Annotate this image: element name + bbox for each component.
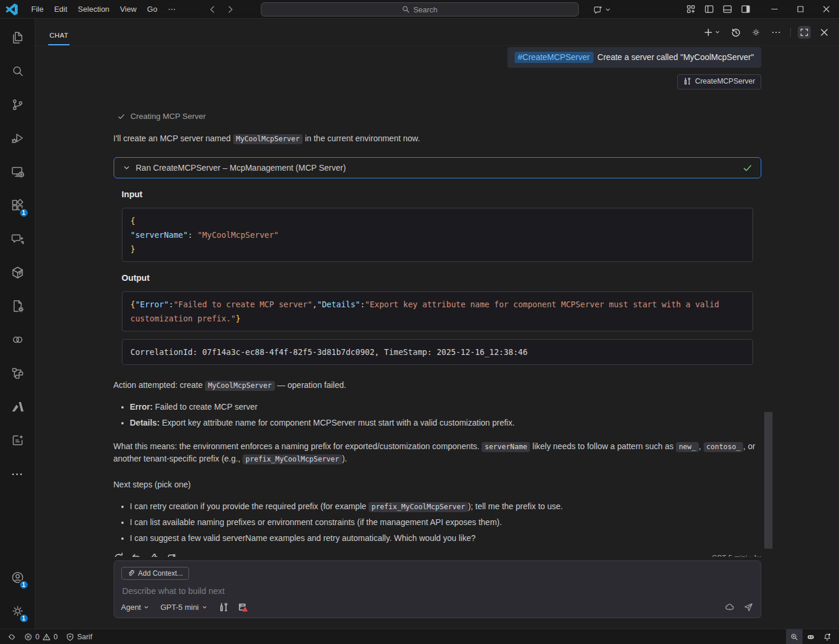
mcp-server-error-icon[interactable] (238, 602, 248, 612)
undo-icon[interactable] (131, 553, 141, 557)
tool-call-header[interactable]: Ran CreateMCPServer – McpManagement (MCP… (114, 157, 761, 178)
error-circle-icon (24, 633, 32, 641)
sidebar-item-chat[interactable] (4, 225, 32, 253)
input-label: Input (122, 188, 753, 201)
scrollbar-thumb[interactable] (764, 412, 772, 549)
list-item: I can retry creation if you provide the … (130, 500, 761, 513)
customize-layout-icon[interactable] (686, 4, 696, 14)
maximize-button[interactable] (787, 0, 813, 19)
sidebar-item-code-file-settings[interactable] (4, 292, 32, 320)
chat-prompt-input[interactable] (122, 586, 755, 596)
chat-more-button[interactable]: ⋯ (770, 28, 783, 37)
sarif-status-item[interactable]: Sarif (62, 629, 97, 644)
toggle-panel-icon[interactable] (722, 4, 732, 14)
check-icon (117, 112, 125, 121)
back-arrow-icon[interactable] (208, 5, 217, 14)
zoom-in-icon (790, 633, 798, 641)
menu-selection[interactable]: Selection (72, 2, 114, 16)
maximize-icon (797, 5, 804, 13)
sidebar-item-run-debug[interactable] (4, 124, 32, 152)
new-chat-button[interactable] (702, 26, 722, 39)
activity-bar: 1 ⋯ (0, 19, 35, 629)
paperclip-icon (127, 570, 135, 577)
toggle-sidebar-right-icon[interactable] (741, 4, 751, 14)
copilot-robot-icon (807, 633, 815, 641)
add-context-label: Add Context... (138, 569, 183, 577)
tools-icon[interactable] (218, 602, 228, 612)
sidebar-item-source-control[interactable] (4, 91, 32, 119)
close-button[interactable] (813, 0, 839, 19)
error-count: 0 (35, 633, 39, 641)
sidebar-item-azure[interactable] (4, 393, 32, 421)
forward-arrow-icon[interactable] (225, 5, 235, 14)
sidebar-item-settings[interactable]: 1 (4, 597, 32, 625)
code-line: } (131, 242, 744, 256)
menu-file[interactable]: File (26, 2, 49, 16)
user-message: #CreateMCPServer Create a server called … (508, 47, 761, 68)
send-icon[interactable] (743, 602, 754, 612)
cloud-delegate-icon[interactable] (724, 602, 735, 612)
chat-scroll-area: #CreateMCPServer Create a server called … (35, 46, 839, 557)
thumbs-down-icon[interactable] (167, 553, 177, 557)
command-center-search[interactable]: Search (261, 2, 579, 16)
remote-indicator[interactable] (4, 629, 20, 644)
sidebar-item-extensions[interactable]: 1 (4, 191, 32, 220)
sidebar-item-design-sparkle[interactable] (4, 426, 32, 454)
menu-go[interactable]: Go (142, 2, 163, 16)
zoom-status-button[interactable] (786, 629, 802, 644)
model-dropdown[interactable]: GPT-5 mini (160, 603, 207, 612)
sidebar-item-more[interactable]: ⋯ (4, 460, 32, 488)
menu-view[interactable]: View (115, 2, 142, 16)
chat-settings-button[interactable] (750, 26, 762, 39)
retry-icon[interactable] (114, 553, 124, 557)
sidebar-item-accounts[interactable]: 1 (4, 563, 32, 592)
tab-chat[interactable]: CHAT (48, 32, 69, 45)
menu-edit[interactable]: Edit (49, 2, 72, 16)
next-steps-label: Next steps (pick one) (114, 479, 761, 491)
list-item: I can suggest a few valid serverName exa… (130, 532, 761, 545)
extensions-badge: 1 (19, 208, 29, 218)
chat-sparkle-icon (11, 232, 25, 246)
next-steps-list: I can retry creation if you provide the … (114, 500, 761, 545)
toggle-sidebar-left-icon[interactable] (704, 4, 714, 14)
output-label: Output (122, 272, 753, 285)
chat-maximize-button[interactable] (798, 26, 811, 39)
search-placeholder: Search (413, 5, 437, 14)
minimize-button[interactable] (761, 0, 787, 19)
minimize-icon (771, 5, 778, 13)
sidebar-item-connections[interactable] (4, 326, 32, 354)
sidebar-item-container[interactable] (4, 258, 32, 287)
problems-indicator[interactable]: 0 0 (20, 629, 62, 644)
copilot-menu-button[interactable] (589, 2, 615, 16)
input-code-block: { "serverName": "MyCoolMcpServer" } (122, 208, 753, 262)
thumbs-up-icon[interactable] (149, 553, 159, 557)
chat-panel: CHAT ⋯ (35, 19, 839, 629)
sidebar-item-org-chart[interactable] (4, 359, 32, 387)
tool-badge[interactable]: CreateMCPServer (677, 74, 761, 89)
search-icon (402, 5, 410, 14)
source-control-icon (11, 98, 25, 112)
model-usage-note: GPT-5 mini • 1x (712, 553, 761, 557)
add-context-button[interactable]: Add Context... (121, 567, 189, 580)
chat-input-box: Add Context... Agent GPT-5 mini (114, 560, 761, 618)
assistant-intro: I'll create an MCP server named MyCoolMc… (114, 132, 761, 145)
plus-icon (704, 28, 713, 37)
copilot-status-button[interactable] (802, 629, 819, 644)
org-chart-icon (11, 366, 25, 380)
mode-dropdown[interactable]: Agent (121, 603, 150, 612)
more-icon: ⋯ (11, 471, 24, 477)
mode-label: Agent (121, 603, 141, 612)
chat-history-button[interactable] (729, 26, 742, 39)
settings-badge: 1 (19, 613, 29, 623)
sidebar-item-explorer[interactable] (4, 24, 32, 52)
action-summary: Action attempted: create MyCoolMcpServer… (114, 379, 761, 391)
sparkle-box-icon (11, 433, 25, 447)
chat-close-button[interactable] (818, 26, 831, 39)
status-bar: 0 0 Sarif (0, 629, 839, 644)
model-label: GPT-5 mini (160, 603, 198, 612)
menu-more[interactable]: ⋯ (163, 2, 181, 16)
sidebar-item-search[interactable] (4, 57, 32, 85)
notifications-button[interactable] (819, 629, 835, 644)
menu-bar: File Edit Selection View Go ⋯ (26, 2, 181, 16)
sidebar-item-remote-explorer[interactable] (4, 158, 32, 186)
